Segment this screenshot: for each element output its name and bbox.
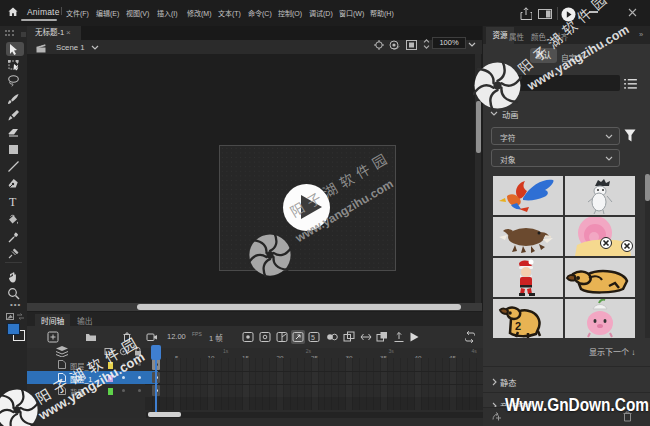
svg-text:T: T [9,195,17,208]
svg-text:5: 5 [311,334,315,341]
svg-text:2: 2 [515,320,521,332]
